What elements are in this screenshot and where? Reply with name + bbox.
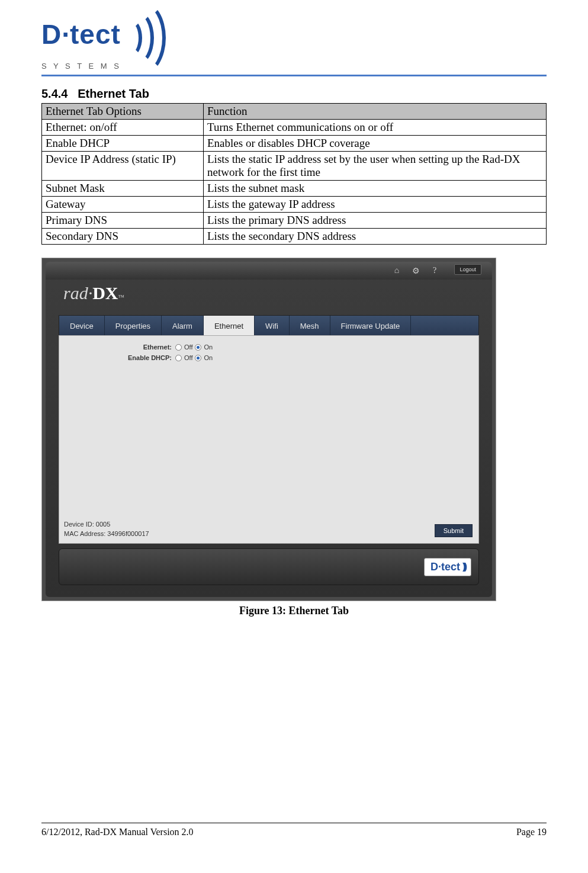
table-row: GatewayLists the gateway IP address — [42, 197, 547, 213]
ethernet-label: Ethernet: — [59, 344, 175, 351]
logout-button[interactable]: Logout — [454, 264, 481, 275]
dhcp-off-radio[interactable] — [175, 355, 182, 361]
dhcp-off-label: Off — [184, 354, 192, 361]
help-icon[interactable]: ? — [430, 267, 439, 275]
tab-properties[interactable]: Properties — [105, 316, 162, 336]
ethernet-on-radio[interactable] — [195, 344, 201, 351]
ethernet-off-label: Off — [184, 344, 192, 351]
section-number: 5.4.4 — [41, 87, 68, 100]
signal-arcs-icon: ))) — [462, 561, 465, 572]
header-logo: D·tect S Y S T E M S — [41, 0, 547, 73]
table-header-options: Ethernet Tab Options — [42, 104, 204, 120]
footer-brand-logo: D·tect ))) — [424, 558, 471, 576]
table-header-function: Function — [204, 104, 547, 120]
section-heading: 5.4.4 Ethernet Tab — [41, 87, 547, 101]
footer-right: Page 19 — [516, 827, 547, 837]
screenshot-bottom-bar: D·tect ))) — [59, 548, 479, 585]
dhcp-label: Enable DHCP: — [59, 354, 175, 361]
submit-button[interactable]: Submit — [435, 524, 473, 537]
tab-device[interactable]: Device — [59, 316, 105, 336]
tab-wifi[interactable]: Wifi — [255, 316, 290, 336]
screenshot-content-panel: Ethernet: Off On Enable DHCP: Off — [59, 335, 479, 544]
tab-mesh[interactable]: Mesh — [290, 316, 330, 336]
device-id-text: Device ID: 0005 — [64, 520, 149, 529]
dhcp-on-label: On — [204, 354, 213, 361]
footer-divider — [41, 823, 547, 823]
dhcp-on-radio[interactable] — [195, 355, 201, 361]
table-row: Ethernet: on/offTurns Ethernet communica… — [42, 120, 547, 136]
screenshot-brand: rad·DX™ — [63, 283, 124, 303]
section-title-text: Ethernet Tab — [78, 87, 149, 100]
figure-caption: Figure 13: Ethernet Tab — [41, 605, 547, 617]
gear-icon[interactable]: ⚙ — [412, 267, 420, 275]
ethernet-off-radio[interactable] — [175, 344, 182, 351]
table-row: Primary DNSLists the primary DNS address — [42, 213, 547, 229]
table-row: Enable DHCPEnables or disables DHCP cove… — [42, 136, 547, 152]
home-icon[interactable]: ⌂ — [393, 267, 401, 275]
options-table: Ethernet Tab Options Function Ethernet: … — [41, 103, 547, 245]
embedded-screenshot: ⌂ ⚙ ? Logout rad·DX™ Device Properties A… — [41, 258, 496, 601]
table-row: Secondary DNSLists the secondary DNS add… — [42, 229, 547, 245]
header-divider — [41, 75, 547, 76]
device-info: Device ID: 0005 MAC Address: 34996f00001… — [64, 520, 149, 538]
tab-firmware-update[interactable]: Firmware Update — [330, 316, 412, 336]
logo-text: D·tect — [41, 18, 121, 50]
screenshot-topbar: ⌂ ⚙ ? — [46, 262, 492, 280]
footer-left: 6/12/2012, Rad-DX Manual Version 2.0 — [41, 827, 194, 837]
screenshot-tabs: Device Properties Alarm Ethernet Wifi Me… — [59, 315, 479, 336]
tab-alarm[interactable]: Alarm — [162, 316, 204, 336]
ethernet-on-label: On — [204, 344, 213, 351]
signal-arcs-icon — [127, 5, 174, 64]
table-row: Device IP Address (static IP)Lists the s… — [42, 152, 547, 181]
tab-ethernet[interactable]: Ethernet — [204, 316, 255, 336]
mac-address-text: MAC Address: 34996f000017 — [64, 529, 149, 538]
table-row: Subnet MaskLists the subnet mask — [42, 181, 547, 197]
